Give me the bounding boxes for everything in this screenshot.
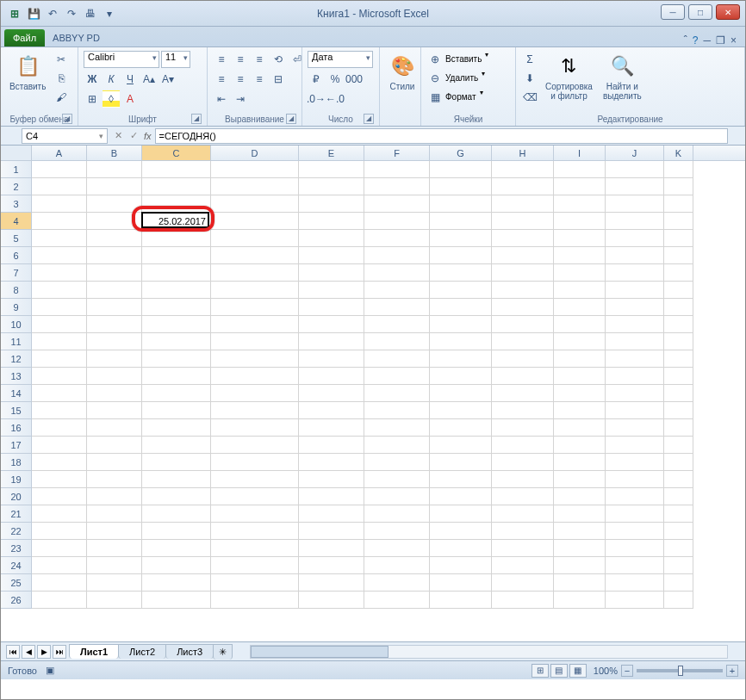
cell-K25[interactable] bbox=[664, 574, 693, 592]
cell-H1[interactable] bbox=[492, 161, 554, 178]
sort-filter-button[interactable]: ⇅ Сортировка и фильтр bbox=[542, 51, 596, 102]
cell-E26[interactable] bbox=[299, 592, 364, 609]
cell-K23[interactable] bbox=[664, 540, 693, 557]
cell-E10[interactable] bbox=[299, 316, 364, 333]
cell-J23[interactable] bbox=[606, 540, 664, 557]
row-header-18[interactable]: 18 bbox=[1, 454, 32, 471]
cell-G2[interactable] bbox=[430, 178, 492, 195]
cell-F3[interactable] bbox=[364, 195, 430, 213]
zoom-slider-thumb[interactable] bbox=[678, 666, 683, 676]
name-box[interactable]: C4▾ bbox=[22, 128, 108, 144]
cell-F12[interactable] bbox=[364, 350, 430, 368]
cell-I25[interactable] bbox=[554, 574, 606, 592]
cell-C12[interactable] bbox=[142, 350, 211, 368]
cell-B14[interactable] bbox=[87, 385, 142, 402]
shrink-font-icon[interactable]: A▾ bbox=[159, 71, 177, 88]
row-header-14[interactable]: 14 bbox=[1, 385, 32, 402]
align-left-icon[interactable]: ≡ bbox=[213, 71, 230, 88]
fill-icon[interactable]: ⬇ bbox=[521, 70, 538, 87]
cell-H12[interactable] bbox=[492, 350, 554, 368]
maximize-button[interactable]: □ bbox=[688, 4, 712, 20]
cell-K5[interactable] bbox=[664, 230, 693, 247]
sheet-next-icon[interactable]: ▶ bbox=[37, 645, 51, 659]
align-top-icon[interactable]: ≡ bbox=[213, 51, 230, 68]
cell-D22[interactable] bbox=[211, 523, 299, 540]
normal-view-icon[interactable]: ⊞ bbox=[532, 664, 549, 678]
cell-B12[interactable] bbox=[87, 350, 142, 368]
cell-E23[interactable] bbox=[299, 540, 364, 557]
cell-G21[interactable] bbox=[430, 505, 492, 523]
cell-F15[interactable] bbox=[364, 402, 430, 419]
cell-B16[interactable] bbox=[87, 419, 142, 437]
zoom-out-button[interactable]: − bbox=[621, 665, 633, 677]
cell-E11[interactable] bbox=[299, 333, 364, 350]
cell-H13[interactable] bbox=[492, 368, 554, 385]
cell-G26[interactable] bbox=[430, 592, 492, 609]
cell-A7[interactable] bbox=[32, 264, 87, 282]
cell-E19[interactable] bbox=[299, 471, 364, 488]
cell-A4[interactable] bbox=[32, 213, 87, 230]
cell-A26[interactable] bbox=[32, 592, 87, 609]
cell-D12[interactable] bbox=[211, 350, 299, 368]
cell-A21[interactable] bbox=[32, 505, 87, 523]
cell-I13[interactable] bbox=[554, 368, 606, 385]
cell-D14[interactable] bbox=[211, 385, 299, 402]
col-header-F[interactable]: F bbox=[364, 146, 430, 160]
tab-abbyy pd[interactable]: ABBYY PD bbox=[47, 29, 106, 46]
cell-J6[interactable] bbox=[606, 247, 664, 264]
cell-I18[interactable] bbox=[554, 454, 606, 471]
qat-customize-icon[interactable]: ▾ bbox=[101, 5, 118, 22]
col-header-B[interactable]: B bbox=[87, 146, 142, 160]
cell-A9[interactable] bbox=[32, 299, 87, 316]
cell-D20[interactable] bbox=[211, 488, 299, 505]
undo-icon[interactable]: ↶ bbox=[44, 5, 61, 22]
cell-D2[interactable] bbox=[211, 178, 299, 195]
print-icon[interactable]: 🖶 bbox=[82, 5, 99, 22]
italic-button[interactable]: К bbox=[103, 71, 120, 88]
cell-B17[interactable] bbox=[87, 437, 142, 454]
cell-E5[interactable] bbox=[299, 230, 364, 247]
accounting-format-icon[interactable]: ₽ bbox=[308, 71, 325, 88]
cell-E2[interactable] bbox=[299, 178, 364, 195]
row-header-23[interactable]: 23 bbox=[1, 540, 32, 557]
cell-G11[interactable] bbox=[430, 333, 492, 350]
horizontal-scrollbar[interactable] bbox=[250, 645, 728, 659]
sheet-tab-Лист3[interactable]: Лист3 bbox=[165, 644, 214, 659]
cell-A12[interactable] bbox=[32, 350, 87, 368]
cell-C11[interactable] bbox=[142, 333, 211, 350]
cell-B5[interactable] bbox=[87, 230, 142, 247]
cell-B2[interactable] bbox=[87, 178, 142, 195]
cell-J4[interactable] bbox=[606, 213, 664, 230]
cell-G16[interactable] bbox=[430, 419, 492, 437]
cell-C16[interactable] bbox=[142, 419, 211, 437]
row-header-1[interactable]: 1 bbox=[1, 161, 32, 178]
font-dialog-launcher[interactable]: ◢ bbox=[191, 114, 202, 124]
cell-I17[interactable] bbox=[554, 437, 606, 454]
cell-F6[interactable] bbox=[364, 247, 430, 264]
cell-H23[interactable] bbox=[492, 540, 554, 557]
cell-F16[interactable] bbox=[364, 419, 430, 437]
cell-I21[interactable] bbox=[554, 505, 606, 523]
cell-H9[interactable] bbox=[492, 299, 554, 316]
cell-B9[interactable] bbox=[87, 299, 142, 316]
cell-J21[interactable] bbox=[606, 505, 664, 523]
clear-icon[interactable]: ⌫ bbox=[521, 89, 538, 106]
zoom-in-button[interactable]: + bbox=[726, 665, 738, 677]
cell-J18[interactable] bbox=[606, 454, 664, 471]
cell-C19[interactable] bbox=[142, 471, 211, 488]
align-middle-icon[interactable]: ≡ bbox=[232, 51, 249, 68]
cell-J10[interactable] bbox=[606, 316, 664, 333]
number-dialog-launcher[interactable]: ◢ bbox=[364, 114, 374, 124]
cell-B8[interactable] bbox=[87, 282, 142, 299]
cell-K26[interactable] bbox=[664, 592, 693, 609]
col-header-H[interactable]: H bbox=[492, 146, 554, 160]
cell-G13[interactable] bbox=[430, 368, 492, 385]
cells-area[interactable]: 25.02.201725.02.2017 bbox=[32, 161, 745, 609]
cell-B3[interactable] bbox=[87, 195, 142, 213]
number-format-combo[interactable]: Дата bbox=[308, 51, 373, 68]
cell-I2[interactable] bbox=[554, 178, 606, 195]
row-header-20[interactable]: 20 bbox=[1, 488, 32, 505]
row-header-26[interactable]: 26 bbox=[1, 592, 32, 609]
cell-C13[interactable] bbox=[142, 368, 211, 385]
close-button[interactable]: ✕ bbox=[716, 4, 740, 20]
